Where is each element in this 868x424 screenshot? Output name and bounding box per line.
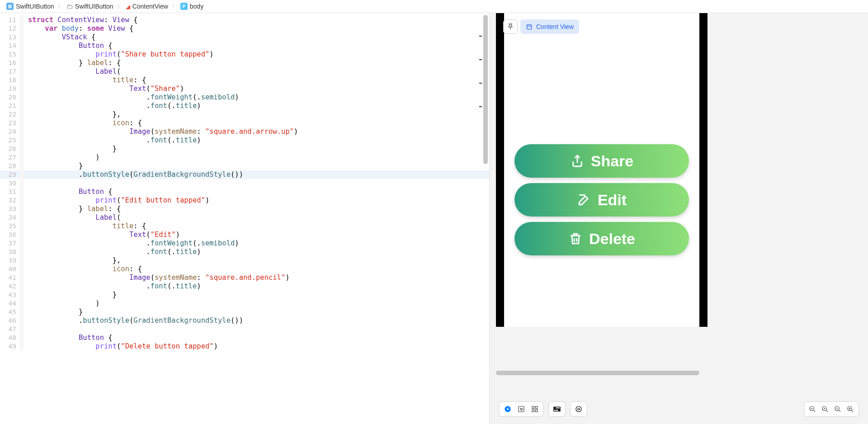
code-text[interactable]: icon: {: [24, 265, 489, 273]
fold-gutter[interactable]: [20, 282, 24, 291]
code-text[interactable]: Button {: [24, 42, 489, 50]
code-text[interactable]: },: [24, 110, 489, 119]
code-line[interactable]: 40 icon: {: [0, 265, 489, 273]
code-area[interactable]: 11struct ContentView: View {12 var body:…: [0, 13, 489, 351]
code-line[interactable]: 34 Label(: [0, 213, 489, 222]
code-text[interactable]: }: [24, 291, 489, 299]
fold-gutter[interactable]: [20, 85, 24, 93]
horizontal-scrollbar[interactable]: [496, 371, 854, 375]
code-text[interactable]: }: [24, 308, 489, 316]
fold-gutter[interactable]: [20, 222, 24, 231]
code-line[interactable]: 46 .buttonStyle(GradientBackgroundStyle(…: [0, 316, 489, 325]
code-line[interactable]: 27 ): [0, 153, 489, 162]
variants-button[interactable]: [528, 403, 542, 415]
fold-gutter[interactable]: [20, 110, 24, 119]
fold-gutter[interactable]: [20, 33, 24, 42]
content-view-chip[interactable]: Content View: [520, 19, 579, 34]
code-text[interactable]: .fontWeight(.semibold): [24, 93, 489, 102]
code-text[interactable]: [24, 179, 489, 188]
code-line[interactable]: 12 var body: some View {: [0, 24, 489, 33]
code-text[interactable]: .font(.title): [24, 136, 489, 145]
fold-gutter[interactable]: [20, 119, 24, 127]
fold-gutter[interactable]: [20, 24, 24, 33]
code-line[interactable]: 11struct ContentView: View {: [0, 16, 489, 24]
code-line[interactable]: 41 Image(systemName: "square.and.pencil"…: [0, 273, 489, 282]
code-text[interactable]: Text("Edit"): [24, 231, 489, 239]
code-line[interactable]: 37 .fontWeight(.semibold): [0, 239, 489, 248]
code-text[interactable]: .buttonStyle(GradientBackgroundStyle()): [24, 316, 489, 325]
code-line[interactable]: 33 } label: {: [0, 205, 489, 213]
code-line[interactable]: 19 Text("Share"): [0, 85, 489, 93]
code-text[interactable]: .font(.title): [24, 102, 489, 110]
fold-gutter[interactable]: [20, 273, 24, 282]
code-text[interactable]: }: [24, 145, 489, 153]
jump-file[interactable]: ◢ ContentView: [124, 2, 170, 11]
code-line[interactable]: 22 },: [0, 110, 489, 119]
code-line[interactable]: 26 }: [0, 145, 489, 153]
jump-project[interactable]: ⌘ SwiftUIButton: [5, 2, 56, 11]
fold-gutter[interactable]: [20, 213, 24, 222]
editor-pane[interactable]: 11struct ContentView: View {12 var body:…: [0, 13, 489, 424]
code-text[interactable]: }: [24, 162, 489, 170]
code-line[interactable]: 39 },: [0, 256, 489, 265]
fold-gutter[interactable]: [20, 50, 24, 59]
code-line[interactable]: 28 }: [0, 162, 489, 170]
code-line[interactable]: 45 }: [0, 308, 489, 316]
code-text[interactable]: struct ContentView: View {: [24, 16, 489, 24]
jump-symbol[interactable]: P body: [179, 2, 205, 11]
code-text[interactable]: } label: {: [24, 205, 489, 213]
preview-canvas[interactable]: Share Edit Delete: [490, 13, 868, 399]
fold-gutter[interactable]: [20, 127, 24, 136]
zoom-fit-button[interactable]: [819, 403, 831, 415]
code-line[interactable]: 47: [0, 325, 489, 334]
fold-gutter[interactable]: [20, 102, 24, 110]
fold-gutter[interactable]: [20, 239, 24, 248]
code-text[interactable]: Text("Share"): [24, 85, 489, 93]
fold-gutter[interactable]: [20, 316, 24, 325]
fold-gutter[interactable]: [20, 265, 24, 273]
live-preview-button[interactable]: [501, 403, 514, 415]
code-text[interactable]: title: {: [24, 222, 489, 231]
code-text[interactable]: Button {: [24, 334, 489, 342]
selectable-preview-button[interactable]: [514, 403, 528, 415]
code-text[interactable]: .fontWeight(.semibold): [24, 239, 489, 248]
delete-button[interactable]: Delete: [514, 222, 689, 255]
fold-gutter[interactable]: [20, 16, 24, 24]
preview-on-device-button[interactable]: [570, 401, 587, 417]
code-line[interactable]: 25 .font(.title): [0, 136, 489, 145]
fold-gutter[interactable]: [20, 170, 24, 179]
fold-gutter[interactable]: [20, 153, 24, 162]
code-line[interactable]: 44 ): [0, 299, 489, 308]
code-text[interactable]: ): [24, 153, 489, 162]
code-text[interactable]: Image(systemName: "square.and.pencil"): [24, 273, 489, 282]
code-text[interactable]: .font(.title): [24, 282, 489, 291]
code-line[interactable]: 43 }: [0, 291, 489, 299]
fold-gutter[interactable]: [20, 188, 24, 196]
code-text[interactable]: var body: some View {: [24, 24, 489, 33]
code-text[interactable]: print("Delete button tapped"): [24, 342, 489, 351]
fold-gutter[interactable]: [20, 136, 24, 145]
code-line[interactable]: 14 Button {: [0, 42, 489, 50]
fold-gutter[interactable]: [20, 145, 24, 153]
jump-folder[interactable]: 🗀 SwiftUIButton: [65, 2, 115, 11]
code-text[interactable]: Label(: [24, 213, 489, 222]
code-line[interactable]: 49 print("Delete button tapped"): [0, 342, 489, 351]
code-line[interactable]: 23 icon: {: [0, 119, 489, 127]
code-text[interactable]: print("Edit button tapped"): [24, 196, 489, 205]
fold-gutter[interactable]: [20, 291, 24, 299]
zoom-actual-button[interactable]: [831, 403, 844, 415]
fold-gutter[interactable]: [20, 59, 24, 67]
code-line[interactable]: 24 Image(systemName: "square.and.arrow.u…: [0, 127, 489, 136]
fold-gutter[interactable]: [20, 76, 24, 85]
code-line[interactable]: 13 VStack {: [0, 33, 489, 42]
fold-gutter[interactable]: [20, 162, 24, 170]
code-line[interactable]: 18 title: {: [0, 76, 489, 85]
code-text[interactable]: [24, 325, 489, 334]
code-line[interactable]: 35 title: {: [0, 222, 489, 231]
fold-gutter[interactable]: [20, 308, 24, 316]
fold-gutter[interactable]: [20, 256, 24, 265]
code-line[interactable]: 30: [0, 179, 489, 188]
code-text[interactable]: Image(systemName: "square.and.arrow.up"): [24, 127, 489, 136]
pin-button[interactable]: [503, 19, 518, 34]
code-line[interactable]: 32 print("Edit button tapped"): [0, 196, 489, 205]
